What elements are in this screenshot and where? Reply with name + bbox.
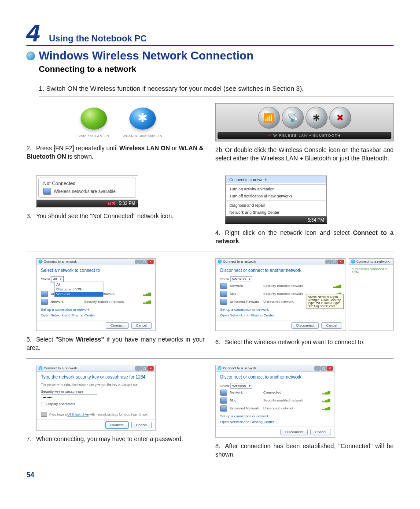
fig-step6-dialog-main: 🌐 Connect to a network _▢✕ Disconnect or… <box>215 258 346 331</box>
connect-button[interactable]: Connect <box>106 322 129 329</box>
network-row[interactable]: NetworkConnected▂▄▆ <box>220 389 330 397</box>
bluetooth-on-icon <box>129 108 156 130</box>
fig-step2-icons: Wireless LAN ON WLAN & Bluetooth ON <box>36 103 205 140</box>
menu-diagnose-repair[interactable]: Diagnose and repair <box>226 202 326 209</box>
link-open-sharing-center[interactable]: Open Network and Sharing Center <box>41 313 151 317</box>
icon-caption: Wireless LAN ON <box>78 134 109 138</box>
monitor-icon <box>43 188 51 195</box>
step-2: 2.Press [FN F2] repeatedly until Wireles… <box>26 144 205 161</box>
link-setup-connection[interactable]: Set up a connection or network <box>220 414 330 418</box>
cancel-button[interactable]: Cancel <box>131 422 152 428</box>
page-number: 54 <box>26 471 394 479</box>
side-success-text: Successfully connected to 1234 <box>349 265 393 276</box>
network-disconnected-tray-icon[interactable]: 🖥✖ <box>107 201 115 206</box>
step-5: 5.Select "Show Wireless" if you have man… <box>26 335 205 352</box>
network-row[interactable]: NetworkSecurity-enabled network▂▄▆ <box>220 282 341 290</box>
cancel-button[interactable]: Cancel <box>131 322 152 329</box>
network-row[interactable]: Unnamed NetworkUnsecured network▂▄▆ <box>220 405 330 412</box>
menu-activity-animation[interactable]: Turn on activity animation <box>226 186 326 193</box>
show-dropdown[interactable]: Wireless <box>230 276 253 282</box>
fig-step8-connected: 🌐 Connect to a network _▢✕ Disconnect or… <box>215 365 335 438</box>
connect-button[interactable]: Connect <box>106 422 129 428</box>
fig-step4-contextmenu: Connect to a network Turn on activity an… <box>225 175 327 224</box>
show-dropdown-list[interactable]: All Dial-up and VPN Wireless <box>54 282 103 297</box>
taskbar-clock: 5:32 PM <box>119 201 135 206</box>
globe-icon <box>26 52 35 60</box>
chapter-title: Using the Notebook PC <box>49 33 147 44</box>
fig-step2b-console: 📶 📡 ✱ ✖ WIRELESS LAN + BLUETOOTH <box>215 103 394 141</box>
link-open-sharing-center[interactable]: Open Network and Sharing Center <box>220 420 330 424</box>
taskbar-clock: 5:34 PM <box>308 218 324 223</box>
link-open-sharing-center[interactable]: Open Network and Sharing Center <box>220 313 341 317</box>
console-strip-label: WIRELESS LAN + BLUETOOTH <box>217 132 391 139</box>
chapter-header: 4 Using the Notebook PC <box>26 22 394 46</box>
fig-step3-notconnected: Not Connected Wireless networks are avai… <box>36 175 138 208</box>
chapter-number: 4 <box>26 22 40 44</box>
wireless-lan-on-icon <box>81 108 107 130</box>
step-8: 8.After connection has been established,… <box>215 442 394 459</box>
menu-turn-off-notification[interactable]: Turn off notification of new networks <box>226 193 326 200</box>
disconnect-button[interactable]: Disconnect <box>291 322 319 329</box>
subsection-title: Connecting to a network <box>39 64 394 74</box>
step-3: 3.You should see the "Not Connected" net… <box>26 212 205 220</box>
display-characters-checkbox[interactable] <box>41 402 45 406</box>
usb-flash-drive-link[interactable]: USB flash drive <box>67 413 88 416</box>
usb-icon <box>41 412 47 417</box>
password-input[interactable]: •••••••• <box>41 394 97 400</box>
network-tooltip: Name: Network Signal Strength: Good Secu… <box>306 294 344 309</box>
link-setup-connection[interactable]: Set up a connection or network <box>41 308 151 312</box>
balloon-message: Wireless networks are available. <box>54 189 117 194</box>
fig-step7-password: 🌐 Connect to a network _▢✕ Type the netw… <box>36 365 156 431</box>
show-dropdown[interactable]: Wireless <box>230 383 253 389</box>
icon-caption: WLAN & Bluetooth ON <box>122 134 162 138</box>
cancel-button[interactable]: Cancel <box>321 322 342 329</box>
step-2b: 2b.Or double click the Wireless Console … <box>215 146 394 163</box>
fig-step6-dialog-side: 🌐 Connect to a network Successfully conn… <box>349 258 394 331</box>
network-icon <box>41 299 48 305</box>
network-icon <box>41 291 48 297</box>
step-6: 6.Select the wireless network you want t… <box>215 338 394 346</box>
wireless-off-icon: ✖ <box>329 107 351 129</box>
bluetooth-icon: ✱ <box>306 107 328 129</box>
balloon-title: Not Connected <box>43 181 131 186</box>
step-1: 1. Switch ON the Wireless function if ne… <box>39 85 394 97</box>
network-row[interactable]: NbcSecurity-enabled network▂▄▆ <box>220 397 330 405</box>
section-title: Windows Wireless Network Connection <box>39 49 254 63</box>
wlan-icon: 📡 <box>282 107 304 129</box>
step-4: 4.Right click on the network icon and se… <box>215 229 394 245</box>
step-7: 7.When connecting, you may have to enter… <box>26 435 205 443</box>
menu-network-sharing-center[interactable]: Network and Sharing Center <box>226 209 326 216</box>
wlan-bt-combo-icon: 📶 <box>258 107 280 129</box>
fig-step5-dialog: 🌐 Connect to a network _▢✕ Select a netw… <box>36 258 156 331</box>
disconnect-button[interactable]: Disconnect <box>280 429 308 435</box>
cancel-button[interactable]: Cancel <box>310 429 331 435</box>
menu-connect-to-network[interactable]: Connect to a network <box>226 176 326 183</box>
